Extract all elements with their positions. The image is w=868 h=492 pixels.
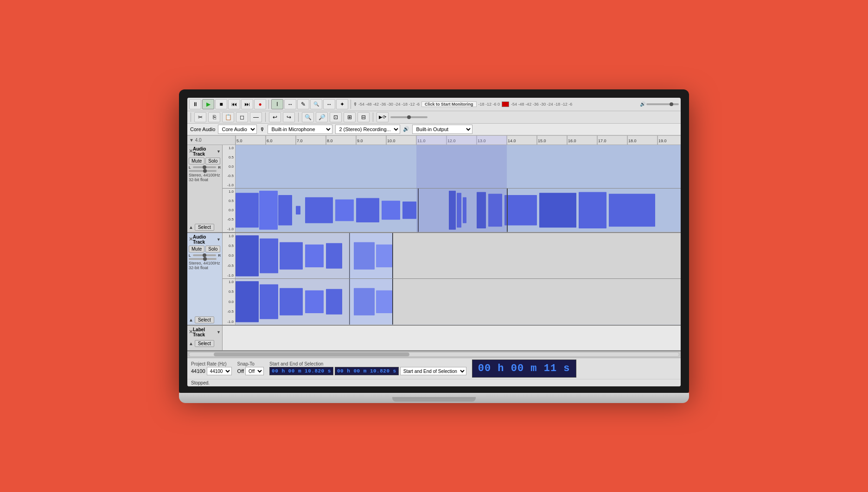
track-1-mute-button[interactable]: Mute <box>189 158 204 164</box>
svg-rect-63 <box>382 201 400 220</box>
label-track-close-icon[interactable]: ✕ <box>189 329 193 335</box>
play-looped-button[interactable]: ▶⟳ <box>377 112 389 122</box>
zoom-in-button[interactable]: 🔍 <box>302 112 314 122</box>
track-1-canvas[interactable]: 1.0 0.5 0.0 -0.5 -1.0 <box>223 145 681 232</box>
multi-tool-button[interactable]: ✦ <box>336 99 348 109</box>
redo-button[interactable]: ↪ <box>283 112 295 122</box>
svg-text:6.0: 6.0 <box>267 139 273 143</box>
zoom-sel-button[interactable]: ⊡ <box>330 112 342 122</box>
track-1-expand-icon[interactable]: ▲ <box>189 225 193 230</box>
track-1-waveform-top <box>236 145 681 189</box>
play-button[interactable]: ▶ <box>202 99 214 109</box>
timeline-ruler[interactable]: ▼ 4.0 5.0 6.0 7.0 <box>187 136 681 145</box>
silence-button[interactable]: — <box>250 112 262 122</box>
playback-speed-slider[interactable] <box>390 116 428 118</box>
zoom-width-button[interactable]: ⊟ <box>357 112 370 122</box>
project-rate-select[interactable]: 44100 <box>207 367 232 375</box>
label-track-select-button[interactable]: Select <box>195 340 214 347</box>
output-meter-scale: -18 -12 -6 0 <box>479 102 500 107</box>
snap-to-group: Snap-To Off Off On <box>237 361 264 375</box>
track-2-close-icon[interactable]: ✕ <box>189 236 193 242</box>
label-track-canvas-area[interactable] <box>223 326 681 350</box>
main-time-display: 00 h 00 m 11 s <box>472 360 576 378</box>
label-track-select-row: ▲ Select <box>189 340 221 347</box>
track-1-mute-solo: Mute Solo <box>189 158 221 164</box>
draw-tool-button[interactable]: ✎ <box>297 99 309 109</box>
ruler-left-panel: ▼ 4.0 <box>187 136 236 145</box>
svg-rect-62 <box>356 198 379 222</box>
speaker-icon: 🔊 <box>640 101 645 107</box>
svg-rect-72 <box>579 192 606 228</box>
toolbar-row1: ⏸ ▶ ■ ⏮ ⏭ ● I ↔ ✎ 🔍 ↔ ✦ <box>187 98 681 111</box>
snap-to-label: Snap-To <box>237 361 264 366</box>
zoom-out-button[interactable]: 🔎 <box>316 112 328 122</box>
track-2-select-button[interactable]: Select <box>195 316 214 323</box>
track-1-gain-slider[interactable] <box>189 170 217 172</box>
track-2-channel-bottom[interactable]: 1.0 0.5 0.0 -0.5 -1.0 <box>223 279 681 325</box>
selection-start-display[interactable]: 00 h 00 m 10.820 s <box>269 367 333 375</box>
track-1-channel-top[interactable]: 1.0 0.5 0.0 -0.5 -1.0 <box>223 145 681 189</box>
stop-button[interactable]: ■ <box>215 99 227 109</box>
track-1-collapse-icon[interactable]: ▼ <box>217 149 221 154</box>
selection-tool-button[interactable]: I <box>271 99 283 109</box>
selection-format-select[interactable]: Start and End of Selection <box>400 367 466 375</box>
output-select[interactable]: Built-in Output <box>412 125 472 134</box>
track-2-channel-top[interactable]: 1.0 0.5 0.0 -0.5 -1.0 <box>223 233 681 279</box>
zoom-tool-button[interactable]: 🔍 <box>310 99 322 109</box>
track-1-channel-bottom[interactable]: 1.0 0.5 0.0 -0.5 -1.0 <box>223 189 681 232</box>
track-1-close-icon[interactable]: ✕ <box>189 148 193 154</box>
record-button[interactable]: ● <box>254 99 266 109</box>
track-1-gain: L R <box>189 165 221 172</box>
undo-button[interactable]: ↩ <box>269 112 281 122</box>
label-track-collapse-icon[interactable]: ▼ <box>217 330 221 334</box>
track-1-select-button[interactable]: Select <box>195 224 214 231</box>
cut-button[interactable]: ✂ <box>194 112 206 122</box>
stopped-label: Stopped. <box>191 380 210 385</box>
track-2-gain: L R <box>189 253 221 260</box>
track-2-header: ✕ Audio Track ▼ <box>189 234 221 245</box>
svg-rect-69 <box>488 194 502 227</box>
track-2-solo-button[interactable]: Solo <box>205 246 220 252</box>
mic-icon: 🎙 <box>260 126 265 132</box>
playback-volume-slider[interactable] <box>646 103 679 105</box>
track-2-pan-slider[interactable] <box>193 254 216 256</box>
label-track-name: Label Track <box>193 327 217 337</box>
track-1-solo-button[interactable]: Solo <box>205 158 220 164</box>
channels-select[interactable]: 2 (Stereo) Recording... <box>335 125 400 134</box>
label-track-expand-icon[interactable]: ▲ <box>189 341 193 346</box>
trim-button[interactable]: ◻ <box>236 112 248 122</box>
track-2-collapse-icon[interactable]: ▼ <box>217 237 221 242</box>
horizontal-scrollbar[interactable] <box>187 351 681 358</box>
scrollbar-thumb[interactable] <box>214 353 409 356</box>
mic-select[interactable]: Built-in Microphone <box>268 125 332 134</box>
laptop-base <box>179 393 689 403</box>
click-to-monitor[interactable]: Click to Start Monitoring <box>421 101 477 107</box>
track-2-waveform-top <box>236 233 681 279</box>
copy-button[interactable]: ⎘ <box>208 112 220 122</box>
host-select[interactable]: Core Audio <box>218 125 257 134</box>
svg-text:14.0: 14.0 <box>508 139 516 143</box>
speaker-device-icon: 🔊 <box>403 126 409 132</box>
selection-end-display[interactable]: 00 h 00 m 10.820 s <box>335 367 399 375</box>
svg-text:16.0: 16.0 <box>568 139 576 143</box>
track-2-gain-slider[interactable] <box>189 258 217 260</box>
scrollbar-track[interactable] <box>189 352 679 357</box>
skip-start-button[interactable]: ⏮ <box>228 99 240 109</box>
snap-to-select[interactable]: Off On <box>245 367 264 375</box>
track-2-canvas[interactable]: 1.0 0.5 0.0 -0.5 -1.0 <box>223 233 681 325</box>
snap-to-value: Off <box>237 368 244 374</box>
svg-rect-77 <box>393 233 681 279</box>
svg-rect-33 <box>236 145 681 189</box>
pause-button[interactable]: ⏸ <box>189 99 201 109</box>
svg-text:7.0: 7.0 <box>297 139 303 143</box>
skip-end-button[interactable]: ⏭ <box>241 99 253 109</box>
paste-button[interactable]: 📋 <box>222 112 234 122</box>
envelope-tool-button[interactable]: ↔ <box>284 99 296 109</box>
track-2-mute-button[interactable]: Mute <box>189 246 204 252</box>
zoom-fit-button[interactable]: ⊞ <box>344 112 356 122</box>
timeshift-tool-button[interactable]: ↔ <box>323 99 335 109</box>
track-2-expand-icon[interactable]: ▲ <box>189 317 193 322</box>
track-1-pan-slider[interactable] <box>193 166 216 168</box>
snap-to-value-row: Off Off On <box>237 367 264 375</box>
label-track: ✕ Label Track ▼ ▲ Select <box>187 326 681 351</box>
